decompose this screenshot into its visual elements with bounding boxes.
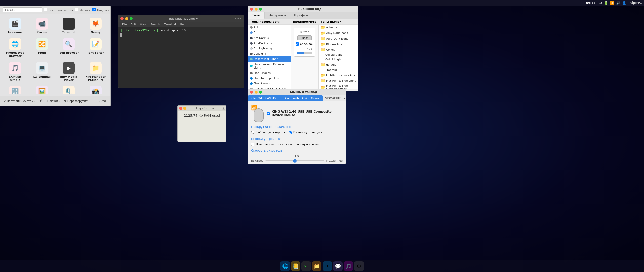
terminal-menu-help[interactable]: Help: [178, 22, 188, 27]
taskbar-files[interactable]: 📁: [312, 261, 321, 271]
icon-theme-colloid-dark[interactable]: Colloid-dark: [319, 52, 358, 57]
app-item-icon-browser[interactable]: 🔍 Icon Browser: [56, 37, 82, 59]
buttons-section-header[interactable]: Кнопки устройства: [251, 137, 343, 141]
app-item-lxterminal[interactable]: 💻 LXTerminal: [29, 60, 55, 83]
theme-fluent-round[interactable]: Fluent-round: [248, 81, 291, 86]
tab-labels[interactable]: Подписи: [92, 8, 110, 12]
taskbar-terminal[interactable]: $_: [301, 261, 311, 271]
icon-theme-adwaita[interactable]: 📁Adwaita: [319, 25, 358, 30]
scroll-forward-radio[interactable]: [289, 131, 292, 134]
app-icon-kazam: 📹: [36, 18, 48, 30]
appearance-close-btn[interactable]: [250, 8, 253, 11]
terminal-menu-view[interactable]: View: [138, 22, 149, 27]
mouse-close-btn[interactable]: [250, 91, 253, 94]
mouse-tab-sigma[interactable]: SIGMACHIP Usb Mouse: [323, 95, 346, 101]
app-item-galculator[interactable]: 🔢 Galculator: [2, 84, 28, 94]
taskbar-browser[interactable]: 🌐: [280, 261, 290, 271]
app-item-filemanager[interactable]: 📁 File Manager PCManFM: [83, 60, 109, 83]
theme-flatsurfaces[interactable]: FlatSurfaces: [248, 70, 291, 76]
settings-icon: ⚙: [3, 99, 6, 103]
tab-all-apps[interactable]: Все приложения: [44, 8, 73, 12]
speed-slider-track[interactable]: [265, 160, 324, 161]
terminal-menu-terminal[interactable]: Terminal: [162, 22, 178, 27]
theme-ant[interactable]: Ant: [248, 25, 291, 30]
app-item-lxmusic[interactable]: 🎵 LXMusic simple: [2, 60, 28, 83]
scroll-backward[interactable]: В обратную сторону: [251, 131, 285, 134]
app-item-firefox[interactable]: 🌐 Firefox Web Browser: [2, 37, 28, 59]
icon-theme-bloom-dark1[interactable]: 📁Bloom-Dark1: [319, 41, 358, 47]
action-reboot[interactable]: ↺ Перезагрузить: [64, 99, 89, 103]
theme-glassy[interactable]: Glassy - OE2-GTK 1.13v: [248, 86, 291, 89]
terminal-menu-dots[interactable]: •••: [235, 16, 242, 21]
resource-close-btn[interactable]: [179, 107, 182, 110]
app-item-kazam[interactable]: 📹 Kazam: [29, 16, 55, 36]
preview-button[interactable]: Button: [297, 35, 312, 40]
app-search-input[interactable]: [3, 7, 42, 12]
theme-desert-teal[interactable]: Desert-Teal-light-40: [248, 56, 291, 62]
scroll-backward-radio[interactable]: [251, 131, 254, 134]
terminal-menu-search[interactable]: Search: [149, 22, 162, 27]
tab-labels-check[interactable]: [92, 8, 96, 11]
app-item-geany[interactable]: 🦊 Geany: [83, 16, 109, 36]
theme-arc-dark[interactable]: Arc-Dark◑: [248, 35, 291, 41]
icon-theme-colloid-light[interactable]: Colloid-light: [319, 57, 358, 62]
terminal-menu-edit[interactable]: Edit: [129, 22, 138, 27]
action-settings[interactable]: ⚙ Настройки системы: [3, 99, 36, 103]
app-item-avidemux[interactable]: 🎬 Avidemux: [2, 16, 28, 36]
action-shutdown[interactable]: ⏻ Выключить: [40, 99, 60, 103]
theme-arc-lighter[interactable]: Arc-Lighter◑: [248, 46, 291, 51]
app-item-mpv[interactable]: ▶ mpv Media Player: [56, 60, 82, 83]
theme-arc-darker[interactable]: Arc-Darker◑: [248, 41, 291, 46]
app-name-firefox: Firefox Web Browser: [3, 51, 27, 58]
icon-theme-emerald[interactable]: Emerald: [319, 67, 358, 72]
terminal-close-btn[interactable]: [120, 17, 124, 20]
theme-fluent-compact[interactable]: Fluent-compact◑: [248, 76, 291, 81]
icon-theme-flat-remix-blue-light-dark[interactable]: 📁Flat-Remix-Blue-Light-darkPanel: [319, 83, 358, 89]
mouse-device-checkbox[interactable]: [267, 112, 270, 115]
app-item-archive-manager[interactable]: 🗜️ Archive Manager: [56, 84, 82, 94]
mouse-max-btn[interactable]: [259, 91, 262, 94]
theme-colloid[interactable]: Colloid◑: [248, 51, 291, 56]
icon-theme-amy-dark[interactable]: 📁Amy-Dark-Icons: [319, 30, 358, 36]
app-item-screenshot[interactable]: 📸 Screenshot: [83, 84, 109, 94]
appearance-min-btn[interactable]: [255, 8, 258, 11]
app-item-meld[interactable]: 🔀 Meld: [29, 37, 55, 59]
appearance-max-btn[interactable]: [259, 8, 262, 11]
taskbar-telegram[interactable]: ✈️: [323, 261, 332, 271]
speed-section-header[interactable]: Скорость указателя: [251, 149, 343, 152]
tab-all-apps-check[interactable]: [44, 8, 47, 11]
taskbar-chat[interactable]: 💬: [333, 261, 343, 271]
tab-icons-check[interactable]: [75, 8, 78, 11]
taskbar-settings[interactable]: ⚙️: [354, 261, 364, 271]
icon-theme-aura-dark[interactable]: 📁Aura-Dark-Icons: [319, 36, 358, 41]
tab-fonts[interactable]: Шрифты: [290, 12, 312, 19]
app-item-text-editor[interactable]: 📝 Text Editor: [83, 37, 109, 59]
icon-theme-flat-remix-blue-dark[interactable]: 📁Flat-Remix-Blue-Dark: [319, 72, 358, 78]
app-item-image-viewer[interactable]: 🖼️ Image Viewer: [29, 84, 55, 94]
app-item-terminal[interactable]: _ Terminal: [56, 16, 82, 36]
taskbar-notes[interactable]: 📒: [291, 261, 300, 271]
resource-expand-btn[interactable]: ▲: [223, 107, 225, 110]
icon-theme-flat-remix-blue-light[interactable]: 📁Flat-Remix-Blue-Light: [319, 78, 358, 83]
action-logout[interactable]: ← Выйти: [93, 99, 106, 103]
theme-arc[interactable]: Arc: [248, 30, 291, 35]
tab-icons[interactable]: Иконки: [75, 8, 90, 12]
taskbar-music[interactable]: 🎵: [344, 261, 353, 271]
tab-settings[interactable]: Настройки: [265, 12, 290, 19]
tab-themes[interactable]: Темы: [248, 12, 265, 19]
theme-flat-remix-cyan[interactable]: Flat-Remix-GTK-Cyan-Light: [248, 62, 291, 70]
terminal-menu-file[interactable]: File: [120, 22, 129, 27]
icon-theme-default[interactable]: 📁default: [319, 62, 358, 67]
scroll-forward[interactable]: В сторону прокрутки: [289, 131, 324, 134]
preview-checkbox-input[interactable]: [296, 42, 299, 46]
icon-theme-colloid[interactable]: 📁Colloid: [319, 47, 358, 52]
mouse-min-btn[interactable]: [255, 91, 258, 94]
terminal-min-btn[interactable]: [125, 17, 128, 20]
speed-slider-thumb[interactable]: [293, 159, 297, 163]
mouse-tab-xing[interactable]: XING WEI 2.4G USB USB Composite Device M…: [248, 95, 323, 101]
swap-buttons-checkbox[interactable]: [251, 143, 254, 146]
resource-min-btn[interactable]: [183, 107, 186, 110]
terminal-max-btn[interactable]: [130, 17, 133, 20]
terminal-content[interactable]: [ntfs@ntfs-a320mh ~]$ scrot -p -d 10 ▊: [118, 27, 244, 85]
scroll-section-header[interactable]: Прокрутка содержимого: [251, 125, 343, 129]
